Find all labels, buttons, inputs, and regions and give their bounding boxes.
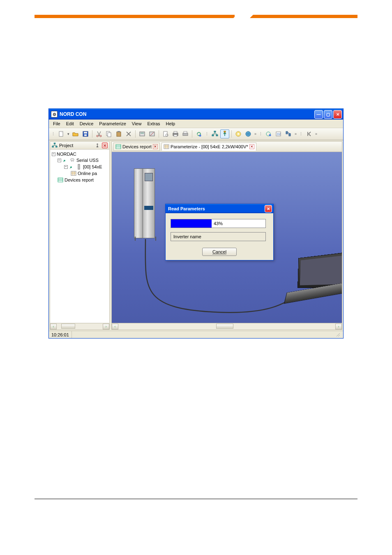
main-content-area: Devices report ✕ Parameterize - [00] 54x… [111,141,342,330]
minimize-button[interactable]: — [314,110,323,119]
drive-device-graphic [134,168,157,238]
svg-rect-43 [116,145,121,149]
close-button[interactable]: ✕ [333,110,342,119]
tree-label-serial: Serial USS [76,158,99,163]
tab-label: Devices report [122,144,152,149]
connector-icon [69,157,75,163]
tree-toggle[interactable]: − [58,159,61,162]
main-hscroll[interactable]: ‹ › [112,323,342,329]
svg-point-29 [269,134,271,136]
paste-icon[interactable] [114,129,123,138]
svg-point-4 [97,135,98,137]
toolbar-grip-4[interactable]: ⋮ [298,132,304,136]
tree-label-online: Online pa [78,171,97,176]
print-setup-icon[interactable] [181,129,190,138]
cancel-label: Cancel [212,249,226,254]
scrollbar-track[interactable] [57,324,103,329]
tree-toggle[interactable]: − [52,152,55,156]
copy-icon[interactable] [104,129,113,138]
maximize-button[interactable]: ▢ [324,110,332,119]
tab-parameterize[interactable]: Parameterize - [00] 54xE 2,2kW/400V* ✕ [161,143,256,151]
cut-icon[interactable] [95,129,104,138]
progress-bar: 43% [171,219,266,228]
cancel-button[interactable]: Cancel [202,248,237,256]
scroll-right-button[interactable]: › [103,324,109,329]
sidebar-pin-button[interactable] [95,143,100,148]
tree-node-devices-report[interactable]: Devices report [51,177,108,183]
online-icon[interactable] [244,129,253,138]
scroll-left-button[interactable]: ‹ [50,324,57,329]
plug-icon [62,157,68,163]
menu-extras[interactable]: Extras [145,120,162,127]
delete-icon[interactable] [124,129,133,138]
project-tree: − NORDAC − Serial USS − [50,150,109,323]
menu-help[interactable]: Help [164,120,178,127]
sidebar-close-button[interactable]: ✕ [102,143,108,148]
status-field: Inverter name [171,232,266,241]
scrollbar-thumb[interactable] [216,324,233,329]
menu-view[interactable]: View [129,120,144,127]
tree-node-root[interactable]: − NORDAC [51,151,108,157]
toolbar-overflow-2[interactable]: » [294,132,297,136]
tree-node-serial-uss[interactable]: − Serial USS [51,157,108,164]
ext3-icon[interactable] [284,129,293,138]
dialog-title: Read Parameters [168,206,265,211]
toolbar-overflow-1[interactable]: » [254,132,257,136]
svg-rect-40 [78,164,80,169]
svg-rect-17 [174,135,177,136]
sidebar-hscroll[interactable]: ‹ › [50,323,109,329]
open-icon[interactable] [71,129,80,138]
new-file-icon[interactable] [57,129,66,138]
menu-parameterize[interactable]: Parameterize [97,120,128,127]
tree-node-54xe[interactable]: − [00] 54xE [51,164,108,170]
ext1-icon[interactable] [264,129,273,138]
settings-icon[interactable] [234,129,243,138]
svg-rect-10 [140,132,145,136]
print-preview-icon[interactable] [161,129,170,138]
report-icon [115,144,121,150]
toolbar-grip[interactable]: ⋮ [51,132,56,136]
svg-rect-34 [54,143,55,144]
svg-rect-19 [184,131,187,133]
tab-close-button[interactable]: ✕ [153,144,158,149]
save-icon[interactable] [81,129,90,138]
scrollbar-thumb[interactable] [61,324,75,329]
menu-file[interactable]: File [51,120,63,127]
menu-edit[interactable]: Edit [64,120,76,127]
device-remove-icon[interactable] [148,129,157,138]
toolbar-grip-2[interactable]: ⋮ [204,132,210,136]
dialog-close-button[interactable]: ✕ [265,205,272,212]
toolbar-overflow-3[interactable]: » [314,132,318,136]
upload-icon[interactable] [220,129,229,138]
structure-icon[interactable] [210,129,219,138]
scroll-right-button[interactable]: › [335,324,342,329]
tab-label: Parameterize - [00] 54xE 2,2kW/400V* [171,144,248,149]
app-icon: ⚙ [51,111,58,117]
sidebar-title: Project [59,143,93,148]
dialog-title-bar: Read Parameters ✕ [166,204,273,213]
ext2-icon[interactable]: D2 [274,129,283,138]
tree-node-online-params[interactable]: Online pa [51,170,108,177]
refresh-icon[interactable] [194,129,203,138]
resize-grip[interactable] [333,331,343,338]
tree-label-report: Devices report [65,177,94,182]
svg-point-20 [199,135,201,137]
scrollbar-track[interactable] [118,324,335,329]
plug-icon [69,164,75,170]
tree-toggle[interactable]: − [64,165,68,169]
svg-rect-32 [286,131,288,134]
nav-first-icon[interactable] [304,129,314,138]
print-icon[interactable] [171,129,180,138]
read-parameters-dialog: Read Parameters ✕ 43% Inverter name Canc… [165,204,274,260]
svg-text:D2: D2 [277,133,281,136]
svg-point-26 [238,133,239,135]
report-icon [58,177,63,183]
tab-close-button[interactable]: ✕ [249,144,254,149]
tab-devices-report[interactable]: Devices report ✕ [113,143,160,151]
menu-device[interactable]: Device [77,120,96,127]
device-overview-icon[interactable] [138,129,147,138]
scroll-left-button[interactable]: ‹ [112,324,118,329]
page-header-rule [35,15,357,18]
toolbar-grip-3[interactable]: ⋮ [258,132,263,136]
new-dropdown[interactable]: ▾ [67,132,70,136]
